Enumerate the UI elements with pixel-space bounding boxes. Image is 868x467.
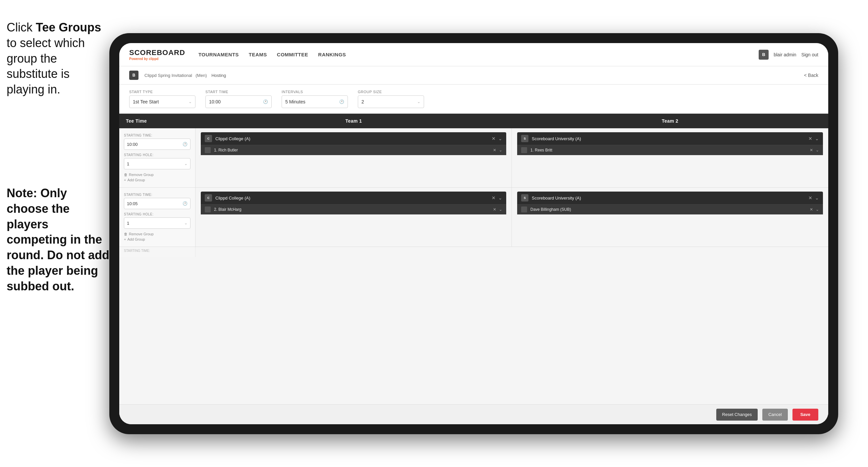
player-chevron-icon-0-2[interactable]: ⌄ [816,148,819,152]
player-row-0-1[interactable]: 1. Rich Butler ✕ ⌄ [201,145,506,155]
starting-time-label-1: STARTING TIME: [124,193,190,197]
add-group-btn-1[interactable]: +Add Group [124,237,190,241]
starting-time-input-1[interactable]: 10:05 🕐 [124,198,190,209]
group-row: STARTING TIME: 10:00 🕐 STARTING HOLE: 1 … [119,128,828,187]
cancel-button[interactable]: Cancel [762,409,787,420]
nav-right: B blair admin Sign out [759,50,818,60]
start-time-label: Start Time [206,90,272,94]
player-x-icon-0-2[interactable]: ✕ [810,148,813,152]
group-size-label: Group Size [358,90,424,94]
add-group-btn-0[interactable]: +Add Group [124,178,190,182]
team-chevron-icon-0-1[interactable]: ⌄ [498,136,502,141]
logo-scoreboard: SCOREBOARD [129,49,185,57]
player-chevron-icon-0-1[interactable]: ⌄ [499,148,502,152]
start-type-input[interactable]: 1st Tee Start ⌄ [129,95,195,108]
group-actions-1: 🗑Remove Group +Add Group [124,232,190,241]
col-team2: Team 2 [512,114,828,128]
group-left-0: STARTING TIME: 10:00 🕐 STARTING HOLE: 1 … [119,128,195,187]
intervals-label: Intervals [282,90,348,94]
team-card-name-0-2: Scoreboard University (A) [532,136,805,141]
player-name-0-2: 1. Rees Britt [530,148,806,152]
nav-teams[interactable]: TEAMS [249,50,267,59]
team-card-logo-1-2: S [521,194,528,202]
team-card-header-0-2: S Scoreboard University (A) ✕ ⌄ [517,132,823,145]
starting-hole-label-1: STARTING HOLE: [124,212,190,216]
table-header: Tee Time Team 1 Team 2 [119,114,828,128]
intervals-input[interactable]: 5 Minutes 🕐 [282,95,348,108]
player-controls-0-2: ✕ ⌄ [810,148,819,152]
nav-committee[interactable]: COMMITTEE [277,50,308,59]
nav-tournaments[interactable]: TOURNAMENTS [198,50,239,59]
player-controls-1-2: ✕ ⌄ [810,207,819,212]
player-row-1-2[interactable]: Dave Billingham (SUB) ✕ ⌄ [517,204,823,214]
team-x-icon-0-2[interactable]: ✕ [808,136,812,141]
back-button[interactable]: < Back [804,72,818,78]
team-chevron-icon-0-2[interactable]: ⌄ [815,136,819,141]
team-x-icon-0-1[interactable]: ✕ [492,136,496,141]
team-card-0-1: C Clippd College (A) ✕ ⌄ 1. Rich Butler [201,132,506,155]
player-logo-1-1 [205,206,211,212]
sub-logo: B [129,70,138,80]
team-card-name-1-2: Scoreboard University (A) [532,196,805,201]
nav-rankings[interactable]: RANKINGS [318,50,346,59]
player-x-icon-0-1[interactable]: ✕ [493,148,496,152]
player-row-0-2[interactable]: 1. Rees Britt ✕ ⌄ [517,145,823,155]
team-card-header-1-1: C Clippd College (A) ✕ ⌄ [201,192,506,204]
signout-link[interactable]: Sign out [801,52,818,57]
team-card-controls-0-1: ✕ ⌄ [492,136,502,141]
navbar: SCOREBOARD Powered by clippd TOURNAMENTS… [119,43,828,66]
content-area: Start Type 1st Tee Start ⌄ Start Time 10… [119,85,828,424]
tournament-title: Clippd Spring Invitational (Men) [143,72,207,78]
team-card-name-0-1: Clippd College (A) [215,136,488,141]
starting-hole-label-0: STARTING HOLE: [124,153,190,157]
player-name-1-2: Dave Billingham (SUB) [530,207,806,212]
intervals-field: Intervals 5 Minutes 🕐 [282,90,348,108]
note-text: Note: Only choose the players competing … [7,185,109,294]
note-bold: Only choose the players competing in the… [7,186,109,293]
player-name-0-1: 1. Rich Butler [214,148,490,152]
instruction-line2: to select which group the substitute is … [7,36,85,96]
team-card-controls-1-2: ✕ ⌄ [808,195,819,201]
group-team1-cell-0: C Clippd College (A) ✕ ⌄ 1. Rich Butler [195,128,512,187]
col-team1: Team 1 [195,114,512,128]
team-card-header-0-1: C Clippd College (A) ✕ ⌄ [201,132,506,145]
player-chevron-icon-1-2[interactable]: ⌄ [816,207,819,212]
team-card-header-1-2: S Scoreboard University (A) ✕ ⌄ [517,192,823,204]
team-card-logo-0-1: C [205,135,212,142]
group-team2-cell-1: S Scoreboard University (A) ✕ ⌄ Dave Bil… [512,187,828,246]
team-card-1-1: C Clippd College (A) ✕ ⌄ 2. Blair McHarg [201,192,506,214]
team-chevron-icon-1-2[interactable]: ⌄ [815,195,819,201]
player-name-1-1: 2. Blair McHarg [214,207,490,212]
player-chevron-icon-1-1[interactable]: ⌄ [499,207,502,212]
group-size-field: Group Size 2 ⌄ [358,90,424,108]
team-x-icon-1-2[interactable]: ✕ [808,195,812,201]
col-tee-time: Tee Time [119,114,195,128]
team-card-name-1-1: Clippd College (A) [215,196,488,201]
player-controls-0-1: ✕ ⌄ [493,148,502,152]
player-controls-1-1: ✕ ⌄ [493,207,502,212]
save-button[interactable]: Save [793,409,818,420]
team-chevron-icon-1-1[interactable]: ⌄ [498,195,502,201]
starting-hole-input-0[interactable]: 1 ⌄ [124,158,190,169]
start-time-input[interactable]: 10:00 🕐 [206,95,272,108]
player-x-icon-1-2[interactable]: ✕ [810,207,813,212]
reset-changes-button[interactable]: Reset Changes [716,409,758,420]
player-x-icon-1-1[interactable]: ✕ [493,207,496,212]
start-type-field: Start Type 1st Tee Start ⌄ [129,90,195,108]
starting-hole-input-1[interactable]: 1 ⌄ [124,217,190,229]
player-row-1-1[interactable]: 2. Blair McHarg ✕ ⌄ [201,204,506,214]
instruction-line1: Click [7,21,36,34]
group-actions-0: 🗑Remove Group +Add Group [124,173,190,182]
nav-avatar: B [759,50,769,60]
remove-group-btn-1[interactable]: 🗑Remove Group [124,232,190,236]
group-size-input[interactable]: 2 ⌄ [358,95,424,108]
team-x-icon-1-1[interactable]: ✕ [492,195,496,201]
bottom-bar: Reset Changes Cancel Save [119,404,828,424]
tablet-device: SCOREBOARD Powered by clippd TOURNAMENTS… [109,33,838,434]
starting-time-input-0[interactable]: 10:00 🕐 [124,139,190,150]
remove-group-btn-0[interactable]: 🗑Remove Group [124,173,190,177]
group-team1-cell-1: C Clippd College (A) ✕ ⌄ 2. Blair McHarg [195,187,512,246]
groups-area: STARTING TIME: 10:00 🕐 STARTING HOLE: 1 … [119,128,828,404]
settings-row: Start Type 1st Tee Start ⌄ Start Time 10… [119,85,828,114]
admin-label: blair admin [774,52,796,57]
